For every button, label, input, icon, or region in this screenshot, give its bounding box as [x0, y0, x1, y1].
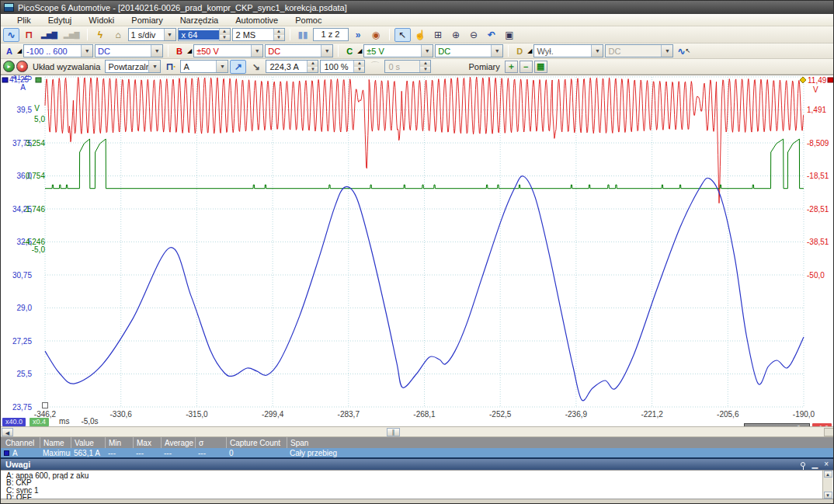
measurement-row[interactable]: AMaximum563,1 A------------0Cały przebie… [1, 448, 834, 459]
menu-item-narzędzia[interactable]: Narzędzia [172, 15, 228, 26]
trigger-level-spinner[interactable]: 224,3 A▲▼ [266, 60, 318, 73]
samples-spinner[interactable]: 2 MS ▲▼ [232, 28, 285, 41]
trigger-level-marker[interactable] [800, 77, 806, 83]
table-header-capture-count: Capture Count [226, 437, 287, 448]
timebase-value: 1 s/div [129, 30, 164, 40]
falling-edge-button[interactable]: ↘ [248, 60, 264, 74]
holdoff-curve-button[interactable]: ⌒ [367, 60, 383, 74]
table-cell: 563,1 A [71, 449, 105, 457]
notes-content[interactable]: A: appa 600, prąd z akuB: CKPC: sync 1D:… [1, 470, 834, 499]
spinner-arrows[interactable]: ▲▼ [353, 61, 364, 72]
menu-item-pomoc[interactable]: Pomoc [287, 15, 330, 26]
trigger-dot-icon: ▪ [173, 64, 175, 69]
separator [168, 45, 169, 57]
buffer-next-button[interactable]: » [350, 28, 367, 42]
notes-scrollbar[interactable]: ▲▼ [822, 471, 832, 499]
scroll-left-button[interactable]: ◀ [2, 428, 13, 436]
window-title: PicoScope 6 Automotive - [20140216-0026_… [18, 3, 347, 12]
table-cell: --- [105, 449, 133, 457]
home-button[interactable]: ⌂ [110, 28, 127, 42]
probe-icon: ◢ [527, 47, 532, 54]
remove-measurement-button[interactable]: − [520, 61, 533, 73]
undo-arrow-icon: ↶ [488, 30, 495, 40]
lightning-icon: ϟ [98, 30, 103, 40]
persistence-view-button[interactable]: ▂▅▇ [61, 28, 82, 42]
channel-a-zoom-badge[interactable]: x40.0 [2, 418, 26, 426]
y-axis-a-tick: 25,5 [17, 370, 33, 378]
channel-c-axis-marker[interactable] [36, 78, 41, 82]
horizontal-scrollbar[interactable]: ◀ ∥ [1, 426, 834, 437]
channel-b-range-select[interactable]: ±50 V▼ [193, 44, 263, 57]
hand-tool-button[interactable]: ☝ [412, 28, 429, 42]
pre-trigger-spinner[interactable]: 100 %▲▼ [320, 60, 365, 73]
measurements-table: ChannelNameValueMinMaxAverageσCapture Co… [1, 437, 834, 459]
scroll-up-icon[interactable]: ▲ [824, 471, 832, 478]
chevron-down-icon: ▼ [164, 29, 175, 40]
chevron-down-icon: ▼ [148, 61, 160, 72]
channel-b-axis-marker[interactable] [828, 78, 833, 82]
channel-c-range-select[interactable]: ±5 V▼ [363, 44, 433, 57]
pin-icon[interactable] [801, 462, 805, 467]
channel-c-coupling-select[interactable]: DC▼ [435, 44, 503, 57]
scrollbar-thumb[interactable]: ∥ [387, 428, 400, 436]
custom-probes-button[interactable]: ∿↖ [675, 44, 693, 58]
close-icon[interactable]: × [824, 461, 829, 468]
trigger-source-select[interactable]: A▼ [180, 60, 228, 73]
channel-c-zoom-badge[interactable]: x0.4 [30, 418, 49, 426]
channel-a-range-select[interactable]: -100 .. 600▼ [23, 44, 93, 57]
timebase-select[interactable]: 1 s/div ▼ [128, 28, 176, 41]
advanced-trigger-button[interactable]: ⊓▪ [162, 60, 179, 74]
channel-b-coupling-select[interactable]: DC▼ [265, 44, 333, 57]
scope-view-button[interactable]: ∿ [3, 28, 19, 42]
zoom-overview-button[interactable]: ▣ [502, 28, 518, 42]
y-axis-b-tick: -28,51 [807, 205, 829, 214]
zoom-box-icon: ⊞ [434, 30, 442, 40]
auto-setup-button[interactable]: ϟ [92, 28, 109, 42]
zoom-out-icon: ⊖ [470, 30, 478, 40]
histogram-view-button[interactable]: ▂▅▇ [39, 28, 60, 42]
zoom-out-button[interactable]: ⊖ [466, 28, 482, 42]
scroll-down-icon[interactable]: ▼ [824, 492, 832, 499]
channel-b-range-value: ±50 V [194, 47, 251, 56]
buffer-prev-button[interactable]: ▮▮ [295, 28, 311, 42]
menu-item-plik[interactable]: Plik [9, 15, 40, 26]
scope-waveform-icon: ∿ [7, 30, 15, 40]
menu-item-edytuj[interactable]: Edytuj [40, 15, 81, 26]
y-axis-c-tick: 3,254 [26, 139, 45, 148]
spinner-arrows[interactable]: ▲▼ [273, 29, 284, 40]
spinner-arrows[interactable]: ▲▼ [419, 61, 430, 72]
minimize-icon[interactable]: ▁ [811, 461, 818, 468]
channel-a-axis-marker[interactable] [2, 78, 8, 82]
spinner-arrows[interactable]: ▲▼ [307, 61, 318, 72]
add-measurement-button[interactable]: ＋ [505, 61, 518, 73]
spectrum-view-button[interactable]: ⊓ [21, 28, 37, 42]
trigger-time-marker[interactable] [43, 403, 48, 408]
y-axis-b-tick: -8,509 [807, 139, 829, 148]
start-capture-button[interactable]: ▸ [3, 61, 15, 72]
channel-d-range-select[interactable]: Wył.▼ [533, 44, 603, 57]
menu-item-widoki[interactable]: Widoki [80, 15, 123, 26]
buffer-navigator-button[interactable]: ◉ [368, 28, 384, 42]
edit-measurement-button[interactable]: ▦ [534, 61, 547, 73]
trigger-mode-select[interactable]: Powtarzalny▼ [105, 60, 161, 73]
zoom-in-button[interactable]: ⊕ [448, 28, 464, 42]
stop-capture-button[interactable]: ● [16, 61, 28, 72]
channel-d-coupling-select[interactable]: DC▼ [605, 44, 673, 57]
menu-item-pomiary[interactable]: Pomiary [123, 15, 171, 26]
rising-edge-button[interactable]: ↗ [230, 60, 246, 74]
menu-item-automotive[interactable]: Automotive [227, 15, 287, 26]
separator [389, 29, 390, 40]
channel-d-coupling-value: DC [606, 47, 661, 56]
undo-zoom-button[interactable]: ↶ [484, 28, 500, 42]
normal-selection-button[interactable]: ↖ [394, 28, 411, 42]
chart-area[interactable]: 41,2539,537,7536,034,2532,530,7529,027,2… [1, 75, 834, 426]
holdoff-spinner[interactable]: 0 s▲▼ [384, 60, 431, 73]
zoom-factor-spinner[interactable]: x 64 ▲▼ [178, 28, 231, 41]
channel-a-coupling-select[interactable]: DC▼ [95, 44, 163, 57]
marquee-zoom-button[interactable]: ⊞ [430, 28, 447, 42]
spinner-arrows[interactable]: ▲▼ [219, 29, 230, 40]
channels-toolbar: A◢ -100 .. 600▼ DC▼ B◢ ±50 V▼ DC▼ C◢ ±5 … [1, 43, 833, 59]
cursor-arrow-icon: ↖ [686, 47, 691, 54]
y-axis-c-tick: 0,754 [26, 172, 45, 180]
waveform-plot[interactable]: 41,2539,537,7536,034,2532,530,7529,027,2… [1, 75, 834, 427]
